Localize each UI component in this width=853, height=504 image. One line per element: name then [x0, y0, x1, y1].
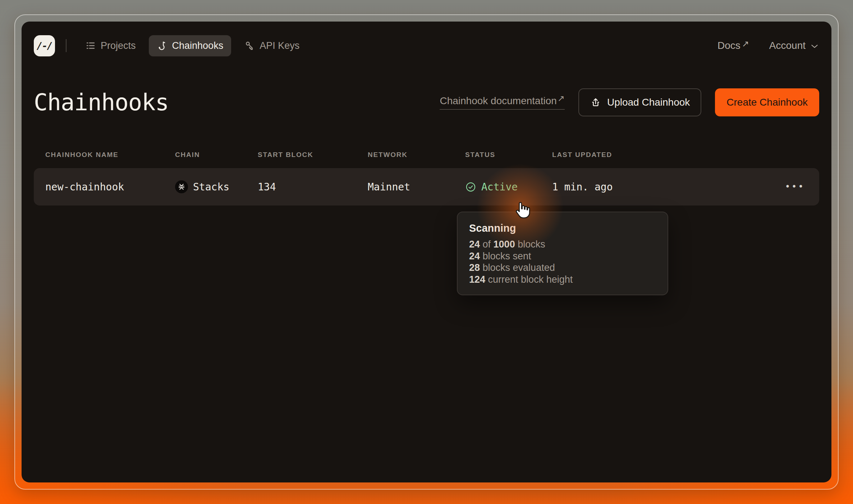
status-tooltip: Scanning 24 of 1000 blocks 24 blocks sen… [457, 212, 668, 295]
tooltip-line-blocks-sent: 24 blocks sent [469, 250, 656, 262]
external-arrow-icon: ↗ [742, 39, 749, 49]
cell-start-block: 134 [258, 181, 368, 193]
account-label: Account [769, 40, 806, 51]
row-menu-button[interactable]: ••• [785, 182, 805, 192]
account-menu[interactable]: Account [769, 40, 819, 51]
upload-button-label: Upload Chainhook [607, 97, 690, 108]
column-header-status: STATUS [465, 151, 552, 159]
key-icon [244, 40, 255, 51]
column-header-network: NETWORK [368, 151, 465, 159]
cell-network: Mainnet [368, 181, 465, 193]
tooltip-line-blocks-evaluated: 28 blocks evaluated [469, 262, 656, 274]
create-chainhook-button[interactable]: Create Chainhook [715, 88, 819, 116]
nav-item-label: API Keys [260, 40, 299, 51]
upload-chainhook-button[interactable]: Upload Chainhook [578, 88, 701, 116]
app-window: /-/ Projects Chainhooks API Keys [22, 22, 831, 482]
cell-status[interactable]: Active [465, 181, 552, 193]
hook-icon [157, 40, 168, 51]
cell-chainhook-name: new-chainhook [45, 181, 175, 193]
table-header: CHAINHOOK NAME CHAIN START BLOCK NETWORK… [34, 151, 819, 159]
nav-item-api-keys[interactable]: API Keys [236, 35, 307, 56]
column-header-chain: CHAIN [175, 151, 258, 159]
create-button-label: Create Chainhook [726, 97, 808, 108]
page-title: Chainhooks [34, 89, 169, 116]
docs-link[interactable]: Docs ↗ [717, 40, 749, 51]
tooltip-line-blocks: 24 of 1000 blocks [469, 239, 656, 250]
stacks-icon [175, 180, 188, 193]
cell-last-updated: 1 min. ago [552, 181, 772, 193]
cell-chain: Stacks [175, 180, 258, 193]
hiro-logo[interactable]: /-/ [34, 35, 55, 56]
tooltip-title: Scanning [469, 222, 656, 234]
page-actions: Chainhook documentation ↗ Upload Chainho… [440, 88, 819, 116]
list-icon [85, 40, 96, 51]
docs-label: Docs [717, 40, 740, 51]
table-row[interactable]: new-chainhook Stacks 134 Mainnet Active … [34, 168, 819, 205]
page-header: Chainhooks Chainhook documentation ↗ Upl… [34, 88, 819, 116]
chain-label: Stacks [193, 181, 229, 193]
nav-item-label: Chainhooks [172, 40, 224, 51]
column-header-last-updated: LAST UPDATED [552, 151, 772, 159]
chainhook-documentation-link[interactable]: Chainhook documentation ↗ [440, 95, 564, 110]
nav-right: Docs ↗ Account [717, 40, 819, 51]
hiro-logo-glyph: /-/ [37, 40, 52, 51]
nav-item-label: Projects [101, 40, 136, 51]
doc-link-label: Chainhook documentation [440, 95, 556, 107]
chevron-down-icon [810, 42, 819, 51]
check-circle-icon [465, 181, 476, 193]
nav-item-chainhooks[interactable]: Chainhooks [149, 35, 231, 56]
nav-divider [66, 39, 67, 52]
column-header-chainhook-name: CHAINHOOK NAME [45, 151, 175, 159]
tooltip-line-block-height: 124 current block height [469, 274, 656, 286]
upload-icon [590, 97, 601, 108]
nav-item-projects[interactable]: Projects [77, 35, 144, 56]
external-arrow-icon: ↗ [558, 93, 565, 103]
top-nav: /-/ Projects Chainhooks API Keys [34, 34, 819, 57]
status-label: Active [481, 181, 518, 193]
column-header-start-block: START BLOCK [258, 151, 368, 159]
